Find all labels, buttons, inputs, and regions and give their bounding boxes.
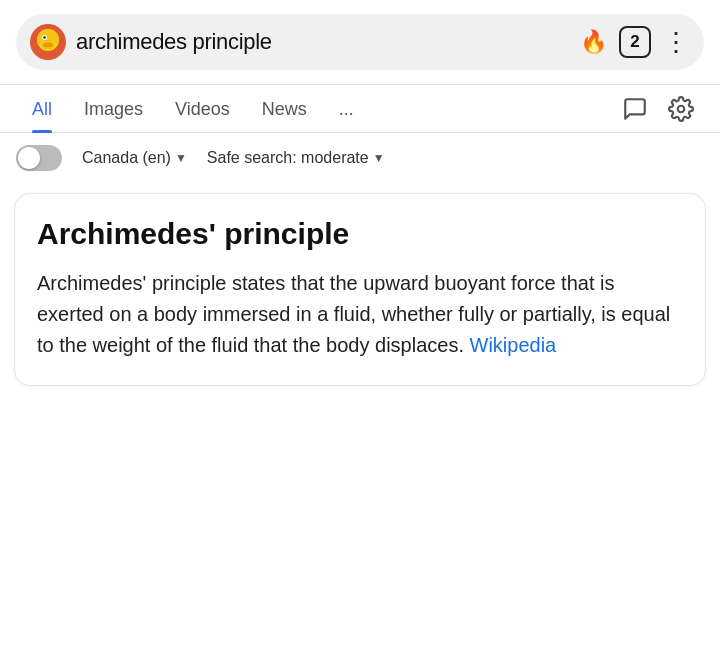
result-title: Archimedes' principle [37,216,683,252]
result-card: Archimedes' principle Archimedes' princi… [14,193,706,386]
search-bar-actions: 🔥 2 ⋮ [580,26,690,58]
svg-point-5 [43,36,46,39]
gear-icon [668,96,694,122]
filter-bar: Canada (en) ▼ Safe search: moderate ▼ [0,133,720,183]
search-bar[interactable]: archimedes principle 🔥 2 ⋮ [16,14,704,70]
region-selector[interactable]: Canada (en) ▼ [82,149,187,167]
tab-news[interactable]: News [246,85,323,132]
tab-images[interactable]: Images [68,85,159,132]
svg-point-7 [678,105,685,112]
settings-button[interactable] [658,86,704,132]
tab-all[interactable]: All [16,85,68,132]
wikipedia-link[interactable]: Wikipedia [470,334,557,356]
safe-search-chevron-icon: ▼ [373,151,385,165]
tab-count-badge[interactable]: 2 [619,26,651,58]
tab-videos[interactable]: Videos [159,85,246,132]
safe-search-selector[interactable]: Safe search: moderate ▼ [207,149,385,167]
search-query: archimedes principle [76,29,570,55]
duckduckgo-logo [30,24,66,60]
tab-more[interactable]: ... [323,85,370,132]
nav-tabs: All Images Videos News ... [0,85,720,133]
chat-button[interactable] [612,86,658,132]
more-options-icon[interactable]: ⋮ [663,29,690,55]
chat-icon [622,96,648,122]
region-toggle[interactable] [16,145,62,171]
region-chevron-icon: ▼ [175,151,187,165]
toggle-knob [18,147,40,169]
fire-icon[interactable]: 🔥 [580,29,607,55]
result-body: Archimedes' principle states that the up… [37,268,683,361]
